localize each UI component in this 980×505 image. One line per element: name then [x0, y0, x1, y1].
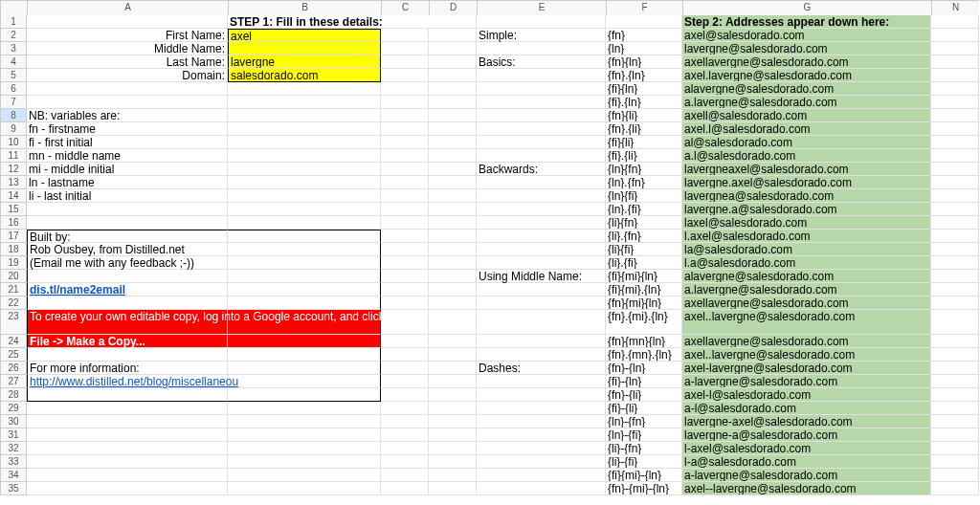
- row-header[interactable]: 1: [0, 15, 27, 29]
- cell[interactable]: [381, 469, 429, 482]
- pattern-cell[interactable]: {fi}{ln}: [606, 82, 682, 96]
- cell[interactable]: [931, 203, 979, 216]
- row-header[interactable]: 29: [0, 402, 27, 415]
- corner-cell[interactable]: [0, 0, 27, 15]
- address-cell[interactable]: alavergne@salesdorado.com: [682, 270, 931, 283]
- cell[interactable]: [27, 270, 228, 283]
- row-header[interactable]: 16: [0, 216, 27, 230]
- cell[interactable]: [228, 375, 381, 388]
- cell[interactable]: [931, 82, 979, 96]
- cell[interactable]: [228, 176, 381, 189]
- address-cell[interactable]: laxel@salesdorado.com: [682, 216, 931, 230]
- cell[interactable]: [228, 283, 381, 296]
- nb-line[interactable]: fi - first initial: [27, 136, 228, 149]
- column-header[interactable]: E: [477, 0, 606, 15]
- row-header[interactable]: 5: [0, 69, 27, 82]
- address-cell[interactable]: axell@salesdorado.com: [682, 109, 931, 122]
- pattern-cell[interactable]: {li}{fn}: [606, 216, 682, 230]
- cell[interactable]: [381, 29, 429, 42]
- cell[interactable]: [381, 176, 429, 189]
- cell[interactable]: [381, 42, 429, 55]
- row-header[interactable]: 2: [0, 29, 27, 42]
- shortlink[interactable]: dis.tl/name2email: [27, 283, 228, 296]
- cell[interactable]: [228, 402, 381, 415]
- cell[interactable]: [228, 109, 381, 122]
- address-cell[interactable]: axel-l@salesdorado.com: [682, 388, 931, 402]
- cell[interactable]: [429, 283, 477, 296]
- cell[interactable]: [477, 176, 606, 189]
- cell[interactable]: [381, 388, 429, 402]
- pattern-cell[interactable]: {fi}-{ln}: [606, 375, 682, 388]
- cell[interactable]: [477, 109, 606, 122]
- cell[interactable]: [931, 122, 979, 136]
- cell[interactable]: [477, 122, 606, 136]
- cell[interactable]: [381, 442, 429, 455]
- cell[interactable]: [27, 455, 228, 469]
- cell[interactable]: [931, 189, 979, 203]
- section-label[interactable]: Basics:: [477, 55, 606, 69]
- cell[interactable]: [931, 388, 979, 402]
- pattern-cell[interactable]: {li}-{fi}: [606, 455, 682, 469]
- pattern-cell[interactable]: {fi}-{li}: [606, 402, 682, 415]
- cell[interactable]: [381, 189, 429, 203]
- cell[interactable]: [429, 136, 477, 149]
- cell[interactable]: [381, 482, 429, 495]
- cell[interactable]: [477, 69, 606, 82]
- cell[interactable]: [931, 96, 979, 109]
- cell[interactable]: [429, 42, 477, 55]
- row-header[interactable]: 13: [0, 176, 27, 189]
- spreadsheet-grid[interactable]: ABCDEFGN1STEP 1: Fill in these details:S…: [0, 0, 980, 495]
- pattern-cell[interactable]: {fi}{mi}{ln}: [606, 270, 682, 283]
- first-name-input[interactable]: axel: [228, 29, 381, 42]
- more-info-label[interactable]: For more information:: [27, 362, 228, 375]
- copy-instructions[interactable]: To create your own editable copy, log in…: [27, 310, 228, 335]
- cell[interactable]: [27, 203, 228, 216]
- cell[interactable]: [477, 230, 606, 243]
- cell[interactable]: [27, 96, 228, 109]
- row-header[interactable]: 35: [0, 482, 27, 495]
- cell[interactable]: [429, 256, 477, 270]
- cell[interactable]: [477, 375, 606, 388]
- cell[interactable]: [931, 42, 979, 55]
- cell[interactable]: [477, 402, 606, 415]
- cell[interactable]: [381, 296, 429, 310]
- cell[interactable]: [381, 402, 429, 415]
- built-by-title[interactable]: Built by:: [27, 230, 228, 243]
- address-cell[interactable]: alavergne@salesdorado.com: [682, 82, 931, 96]
- section-label[interactable]: Dashes:: [477, 362, 606, 375]
- cell[interactable]: [381, 149, 429, 163]
- pattern-cell[interactable]: {ln}.{fi}: [606, 203, 682, 216]
- cell[interactable]: [429, 415, 477, 428]
- row-header[interactable]: 28: [0, 388, 27, 402]
- cell[interactable]: [477, 348, 606, 362]
- row-header[interactable]: 17: [0, 230, 27, 243]
- nb-line[interactable]: mi - middle initial: [27, 163, 228, 176]
- cell[interactable]: [931, 375, 979, 388]
- pattern-cell[interactable]: {fn}{mn}{ln}: [606, 335, 682, 348]
- pattern-cell[interactable]: {fn}.{li}: [606, 122, 682, 136]
- pattern-cell[interactable]: {fi}.{ln}: [606, 96, 682, 109]
- address-cell[interactable]: axel-lavergne@salesdorado.com: [682, 362, 931, 375]
- address-cell[interactable]: axellavergne@salesdorado.com: [682, 335, 931, 348]
- cell[interactable]: [931, 482, 979, 495]
- pattern-cell[interactable]: {ln}: [606, 42, 682, 55]
- cell[interactable]: [228, 96, 381, 109]
- step1-label[interactable]: STEP 1: Fill in these details:: [228, 15, 381, 29]
- cell[interactable]: [477, 42, 606, 55]
- column-header[interactable]: G: [682, 0, 931, 15]
- copy-instructions-2[interactable]: File -> Make a Copy...: [27, 335, 228, 348]
- step2-label[interactable]: Step 2: Addresses appear down here:: [682, 15, 931, 29]
- cell[interactable]: [381, 310, 429, 335]
- cell[interactable]: [477, 243, 606, 256]
- cell[interactable]: [477, 415, 606, 428]
- cell[interactable]: [477, 482, 606, 495]
- cell[interactable]: [381, 283, 429, 296]
- row-header[interactable]: 31: [0, 428, 27, 442]
- pattern-cell[interactable]: {fn}: [606, 29, 682, 42]
- address-cell[interactable]: a-lavergne@salesdorado.com: [682, 469, 931, 482]
- cell[interactable]: [381, 55, 429, 69]
- row-header[interactable]: 9: [0, 122, 27, 136]
- cell[interactable]: [381, 15, 429, 29]
- cell[interactable]: [228, 189, 381, 203]
- cell[interactable]: [931, 256, 979, 270]
